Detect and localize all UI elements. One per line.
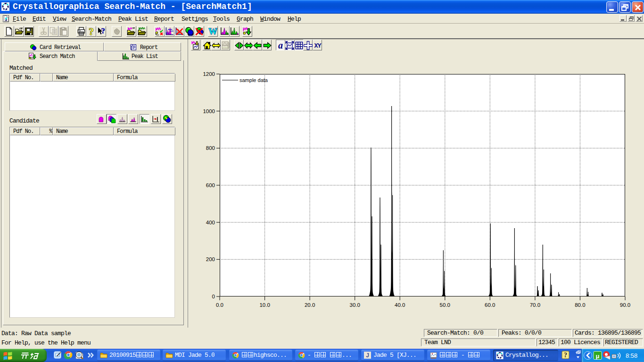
svg-text:0: 0	[212, 294, 215, 299]
svg-text:XY: XY	[314, 42, 322, 49]
svg-text:60.0: 60.0	[485, 302, 495, 308]
svg-text:800: 800	[206, 145, 215, 151]
svg-text:70.0: 70.0	[530, 302, 540, 308]
svg-text:?: ?	[89, 27, 94, 36]
svg-text:600: 600	[206, 182, 215, 188]
svg-text:30.0: 30.0	[350, 302, 360, 308]
svg-text:50.0: 50.0	[440, 302, 450, 308]
svg-text:1200: 1200	[203, 71, 215, 77]
svg-text:J: J	[366, 352, 369, 359]
svg-text:20.0: 20.0	[305, 302, 315, 308]
svg-text:10.0: 10.0	[259, 302, 270, 308]
svg-text:W: W	[208, 27, 217, 36]
svg-text:sample data: sample data	[239, 77, 268, 83]
svg-text:?: ?	[564, 352, 567, 359]
svg-text:400: 400	[206, 220, 215, 225]
svg-text:90.0: 90.0	[620, 302, 630, 308]
svg-text:40.0: 40.0	[395, 302, 405, 308]
svg-text:1000: 1000	[203, 108, 215, 114]
svg-text:80.0: 80.0	[575, 302, 585, 308]
svg-text:0.0: 0.0	[216, 302, 223, 308]
svg-text:μ: μ	[596, 353, 600, 360]
svg-text:a: a	[278, 41, 283, 50]
svg-text:200: 200	[206, 256, 215, 262]
